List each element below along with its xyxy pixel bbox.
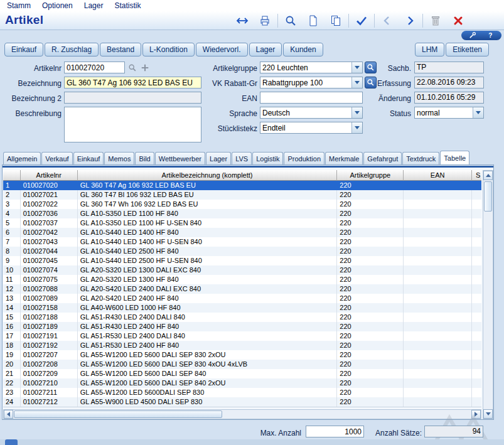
max-anzahl-input[interactable]	[306, 426, 364, 437]
table-row[interactable]: 8010027044GL A10-S440 LED 2500 HF 840220	[3, 247, 481, 256]
tab-textdruck[interactable]: Textdruck	[402, 152, 439, 164]
table-row[interactable]: 14010027158GL A40-W600 LED 1000 HF 84022…	[3, 303, 481, 313]
table-row[interactable]: 16010027189GL A51-R430 LED 2400 HF 84022…	[3, 322, 481, 331]
kunden-button[interactable]: Kunden	[283, 43, 323, 56]
menu-item-stamm[interactable]: Stamm	[1, 1, 36, 10]
etiketten-button[interactable]: Etiketten	[446, 43, 489, 56]
column-header-rownum[interactable]	[3, 170, 21, 181]
table-row[interactable]: 10010027074GL A20-S320 LED 1300 DALI EXC…	[3, 265, 481, 275]
l-kondition-button[interactable]: L-Kondition	[142, 43, 195, 56]
table-row[interactable]: 22010027210GL A55-W1200 LED 5600 DALI SE…	[3, 378, 481, 388]
tab-produktion[interactable]: Produktion	[284, 152, 324, 164]
tab-bild[interactable]: Bild	[135, 152, 154, 164]
table-row[interactable]: 2010027021GL 360 T47 Bl 106 932 LED BAS …	[3, 190, 481, 200]
lager-button[interactable]: Lager	[249, 43, 282, 56]
einkauf-button[interactable]: Einkauf	[4, 43, 43, 56]
cell-ean	[404, 190, 472, 200]
close-icon[interactable]	[447, 12, 469, 29]
tab-lager[interactable]: Lager	[206, 152, 231, 164]
swap-icon[interactable]	[231, 12, 254, 29]
chevron-down-icon[interactable]	[351, 122, 362, 133]
table-row[interactable]: 20010027208GL A55-W1200 LED 5600 DALI SE…	[3, 360, 481, 369]
cell-artikelnr: 010027042	[21, 228, 78, 237]
menu-item-statistik[interactable]: Statistik	[109, 1, 146, 10]
artikelgruppe-lookup-button[interactable]	[365, 62, 377, 73]
print-icon[interactable]	[254, 12, 276, 29]
tab-merkmale[interactable]: Merkmale	[325, 152, 363, 164]
table-row[interactable]: 19010027207GL A55-W1200 LED 5600 DALI SE…	[3, 350, 481, 360]
tab-logistik[interactable]: Logistik	[252, 152, 283, 164]
table-row[interactable]: 3010027022GL 360 T47 Wh 106 932 LED BAS …	[3, 200, 481, 209]
article-table: ArtikelnrArtikelbezeichnung (komplett)Ar…	[3, 170, 481, 407]
wiedervorl-button[interactable]: Wiedervorl.	[196, 43, 248, 56]
vertical-scroll-thumb[interactable]	[484, 181, 492, 212]
tab-gefahrgut[interactable]: Gefahrgut	[363, 152, 402, 164]
table-row[interactable]: 4010027036GL A10-S350 LED 1100 HF 840220	[3, 209, 481, 218]
tab-lvs[interactable]: LVS	[232, 152, 252, 164]
horizontal-scrollbar[interactable]	[3, 409, 481, 419]
column-header-artikelbezeichnung[interactable]: Artikelbezeichnung (komplett)	[78, 170, 338, 181]
new-document-icon[interactable]	[302, 12, 324, 29]
artikelnr-search-icon[interactable]	[127, 63, 137, 73]
chevron-down-icon[interactable]	[473, 107, 483, 118]
table-row[interactable]: 5010027037GL A10-S350 LED 1100 HF U-SEN …	[3, 218, 481, 228]
vk-rabatt-gr-lookup-button[interactable]	[365, 77, 377, 88]
lhm-button[interactable]: LHM	[415, 43, 444, 56]
table-row[interactable]: 6010027042GL A10-S440 LED 1400 HF 840220	[3, 228, 481, 237]
horizontal-scroll-thumb[interactable]	[14, 410, 222, 418]
copy-icon[interactable]	[324, 12, 347, 29]
chevron-right-icon[interactable]	[399, 12, 421, 29]
menu-item-optionen[interactable]: Optionen	[36, 1, 78, 10]
status-select[interactable]: normal	[414, 107, 484, 119]
menu-item-lager[interactable]: Lager	[78, 1, 109, 10]
artikelgruppe-select[interactable]: 220 Leuchten	[260, 62, 363, 73]
column-header-artikelgruppe[interactable]: Artikelgruppe	[337, 170, 404, 181]
chevron-down-icon[interactable]	[351, 62, 362, 73]
search-icon[interactable]	[279, 12, 302, 29]
table-row[interactable]: 7010027043GL A10-S440 LED 1400 HF U-SEN …	[3, 237, 481, 247]
table-row[interactable]: 1010027020GL 360 T47 Ag 106 932 LED BAS …	[3, 181, 481, 190]
cell-s	[472, 200, 481, 209]
tab-wettbewerber[interactable]: Wettbewerber	[155, 152, 205, 164]
trash-icon[interactable]	[424, 12, 447, 29]
tab-verkauf[interactable]: Verkauf	[41, 152, 72, 164]
check-icon[interactable]	[350, 12, 373, 29]
column-header-ean[interactable]: EAN	[404, 170, 472, 181]
tab-einkauf[interactable]: Einkauf	[73, 152, 104, 164]
tab-memos[interactable]: Memos	[104, 152, 134, 164]
table-row[interactable]: 15010027188GL A51-R430 LED 2400 DALI 840…	[3, 313, 481, 322]
table-row[interactable]: 11010027075GL A20-S320 LED 1300 HF 84022…	[3, 275, 481, 284]
table-row[interactable]: 12010027088GL A20-S420 LED 2400 DALI EXC…	[3, 284, 481, 294]
scroll-left-button[interactable]	[4, 410, 13, 419]
vertical-scrollbar[interactable]	[483, 170, 493, 419]
artikelnr-input[interactable]	[64, 62, 125, 73]
column-header-artikelnr[interactable]: Artikelnr	[21, 170, 78, 181]
chevron-down-icon[interactable]	[351, 77, 362, 88]
stuecklistekz-select[interactable]: Endteil	[260, 122, 363, 134]
table-row[interactable]: 13010027089GL A20-S420 LED 2400 HF 84022…	[3, 294, 481, 303]
table-row[interactable]: 21010027209GL A55-W1200 LED 5600 DALI SE…	[3, 369, 481, 378]
chevron-left-icon[interactable]	[376, 12, 399, 29]
help-button[interactable]: ?	[483, 31, 497, 40]
cell-artikelgruppe: 220	[337, 350, 404, 360]
column-header-s[interactable]: S	[472, 170, 481, 181]
bezeichnung-input[interactable]	[64, 77, 201, 88]
ean-input[interactable]	[260, 92, 363, 104]
table-row[interactable]: 23010027211GL A55-W1200 LED 5600DALI SEP…	[3, 388, 481, 397]
chevron-down-icon[interactable]	[351, 107, 362, 118]
tab-allgemein[interactable]: Allgemein	[3, 152, 41, 164]
scroll-up-button[interactable]	[483, 171, 493, 180]
bestand-button[interactable]: Bestand	[100, 43, 141, 56]
vk-rabatt-gr-select[interactable]: Rabattgruppe 100	[260, 77, 363, 88]
bezeichnung2-input[interactable]	[64, 92, 201, 104]
tools-button[interactable]	[466, 31, 480, 40]
r-zuschlag-button[interactable]: R. Zuschlag	[45, 43, 99, 56]
table-row[interactable]: 17010027191GL A51-R530 LED 2400 DALI 840…	[3, 331, 481, 341]
tab-tabelle[interactable]: Tabelle	[440, 151, 469, 164]
table-row[interactable]: 9010027045GL A10-S440 LED 2500 HF U-SEN …	[3, 256, 481, 265]
table-row[interactable]: 24010027212GL A55-W900 LED 4500 DALI SEP…	[3, 397, 481, 407]
sprache-select[interactable]: Deutsch	[260, 107, 363, 119]
artikelnr-add-icon[interactable]	[140, 63, 150, 73]
table-row[interactable]: 18010027192GL A51-R530 LED 2400 HF 84022…	[3, 341, 481, 350]
beschreibung-textarea[interactable]	[64, 107, 201, 142]
